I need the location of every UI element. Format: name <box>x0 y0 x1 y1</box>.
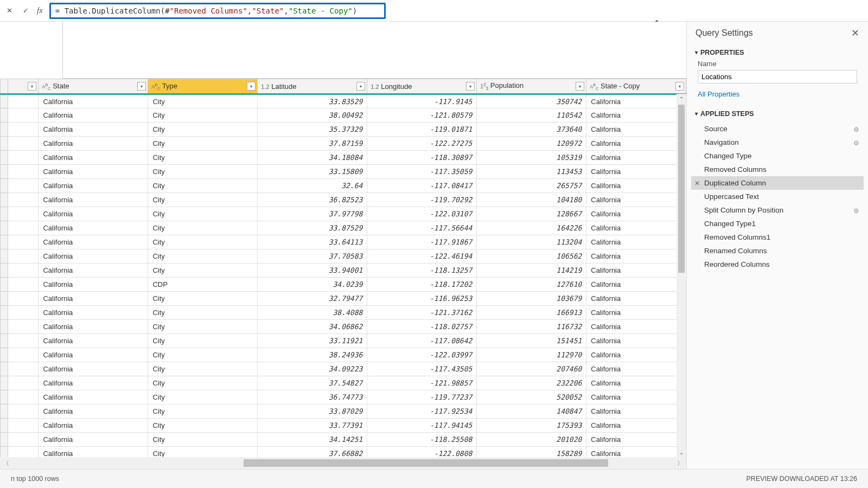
properties-section-header[interactable]: PROPERTIES <box>687 44 868 59</box>
cell-state[interactable]: California <box>39 207 148 221</box>
cell-state-copy[interactable]: California <box>586 447 686 458</box>
cell-longitude[interactable]: -117.94145 <box>367 419 477 433</box>
row-handle[interactable] <box>1 179 8 193</box>
cell-type[interactable]: City <box>148 362 258 376</box>
cell-population[interactable]: 164226 <box>477 221 586 235</box>
cell-longitude[interactable]: -122.03997 <box>367 348 477 362</box>
cell-latitude[interactable]: 33.64113 <box>258 235 367 249</box>
cell-state[interactable]: California <box>39 264 148 278</box>
applied-step-item[interactable]: Source⚙ <box>691 122 864 136</box>
cell-state-copy[interactable]: California <box>586 193 686 207</box>
cell-population[interactable]: 116732 <box>477 320 586 334</box>
cell-longitude[interactable]: -121.80579 <box>367 108 477 123</box>
table-row[interactable]: California City 36.74773 -119.77237 5200… <box>1 390 686 404</box>
row-handle[interactable] <box>1 447 8 458</box>
cell-state-copy[interactable]: California <box>586 292 686 306</box>
cell-state-copy[interactable]: California <box>586 404 686 419</box>
cell-latitude[interactable]: 37.87159 <box>258 137 367 151</box>
column-header-type[interactable]: ABC Type▾ <box>148 79 258 94</box>
cell-state-copy[interactable]: California <box>586 108 686 123</box>
cell-population[interactable]: 166913 <box>477 306 586 320</box>
column-header-population[interactable]: 123 Population▾ <box>477 79 586 94</box>
cell-state[interactable]: California <box>39 108 148 123</box>
cell-latitude[interactable]: 32.64 <box>258 179 367 193</box>
cell-index[interactable] <box>8 362 39 376</box>
cell-index[interactable] <box>8 249 39 264</box>
cell-population[interactable]: 265757 <box>477 179 586 193</box>
cell-state[interactable]: California <box>39 447 148 458</box>
cancel-formula-icon[interactable]: ✕ <box>4 6 14 16</box>
cell-index[interactable] <box>8 348 39 362</box>
cell-state-copy[interactable]: California <box>586 264 686 278</box>
cell-population[interactable]: 175393 <box>477 419 586 433</box>
cell-population[interactable]: 140847 <box>477 404 586 419</box>
cell-index[interactable] <box>8 376 39 390</box>
cell-state[interactable]: California <box>39 137 148 151</box>
cell-longitude[interactable]: -122.03107 <box>367 207 477 221</box>
cell-latitude[interactable]: 36.82523 <box>258 193 367 207</box>
cell-population[interactable]: 105319 <box>477 151 586 165</box>
row-handle[interactable] <box>1 292 8 306</box>
cell-state-copy[interactable]: California <box>586 376 686 390</box>
horizontal-scrollbar[interactable]: 〈 〉 <box>0 457 686 469</box>
cell-state-copy[interactable]: California <box>586 362 686 376</box>
cell-type[interactable]: City <box>148 390 258 404</box>
cell-longitude[interactable]: -117.35059 <box>367 165 477 179</box>
cell-state[interactable]: California <box>39 123 148 137</box>
scroll-thumb[interactable] <box>244 459 608 467</box>
table-row[interactable]: California City 36.82523 -119.70292 1041… <box>1 193 686 207</box>
filter-icon[interactable]: ▾ <box>576 82 584 91</box>
row-handle[interactable] <box>1 137 8 151</box>
filter-icon[interactable]: ▾ <box>28 82 36 91</box>
cell-index[interactable] <box>8 447 39 458</box>
cell-latitude[interactable]: 33.77391 <box>258 419 367 433</box>
cell-latitude[interactable]: 37.97798 <box>258 207 367 221</box>
column-header-state[interactable]: ABC State▾ <box>39 79 148 94</box>
row-handle[interactable] <box>1 334 8 348</box>
cell-state[interactable]: California <box>39 404 148 419</box>
scroll-up-icon[interactable]: ⌃ <box>676 94 686 104</box>
table-row[interactable]: California City 37.54827 -121.98857 2322… <box>1 376 686 390</box>
cell-population[interactable]: 232206 <box>477 376 586 390</box>
cell-state[interactable]: California <box>39 165 148 179</box>
filter-icon[interactable]: ▾ <box>356 82 365 91</box>
scroll-left-icon[interactable]: 〈 <box>0 459 12 468</box>
cell-type[interactable]: City <box>148 179 258 193</box>
cell-type[interactable]: City <box>148 292 258 306</box>
cell-longitude[interactable]: -119.77237 <box>367 390 477 404</box>
cell-population[interactable]: 158289 <box>477 447 586 458</box>
table-row[interactable]: California City 35.37329 -119.01871 3736… <box>1 123 686 137</box>
row-handle[interactable] <box>1 193 8 207</box>
table-row[interactable]: California City 34.18084 -118.30897 1053… <box>1 151 686 165</box>
cell-index[interactable] <box>8 221 39 235</box>
row-selector-header[interactable] <box>1 79 8 94</box>
cell-state-copy[interactable]: California <box>586 306 686 320</box>
cell-state-copy[interactable]: California <box>586 419 686 433</box>
applied-step-item[interactable]: Changed Type <box>691 149 864 163</box>
cell-longitude[interactable]: -117.56644 <box>367 221 477 235</box>
cell-state-copy[interactable]: California <box>586 179 686 193</box>
cell-type[interactable]: City <box>148 165 258 179</box>
cell-index[interactable] <box>8 334 39 348</box>
delete-step-icon[interactable]: ✕ <box>694 179 700 187</box>
cell-latitude[interactable]: 38.24936 <box>258 348 367 362</box>
vertical-scrollbar[interactable]: ⌃ ⌄ <box>676 94 686 457</box>
cell-type[interactable]: City <box>148 447 258 458</box>
cell-type[interactable]: City <box>148 376 258 390</box>
cell-latitude[interactable]: 34.14251 <box>258 433 367 447</box>
cell-state[interactable]: California <box>39 390 148 404</box>
cell-state-copy[interactable]: California <box>586 334 686 348</box>
cell-type[interactable]: City <box>148 151 258 165</box>
gear-icon[interactable]: ⚙ <box>853 207 859 215</box>
cell-state-copy[interactable]: California <box>586 221 686 235</box>
table-row[interactable]: California City 33.11921 -117.08642 1514… <box>1 334 686 348</box>
cell-state-copy[interactable]: California <box>586 235 686 249</box>
cell-population[interactable]: 520052 <box>477 390 586 404</box>
cell-longitude[interactable]: -116.96253 <box>367 292 477 306</box>
cell-index[interactable] <box>8 306 39 320</box>
gear-icon[interactable]: ⚙ <box>853 139 859 147</box>
cell-state[interactable]: California <box>39 419 148 433</box>
cell-population[interactable]: 120972 <box>477 137 586 151</box>
table-row[interactable]: California City 34.14251 -118.25508 2010… <box>1 433 686 447</box>
cell-latitude[interactable]: 37.54827 <box>258 376 367 390</box>
